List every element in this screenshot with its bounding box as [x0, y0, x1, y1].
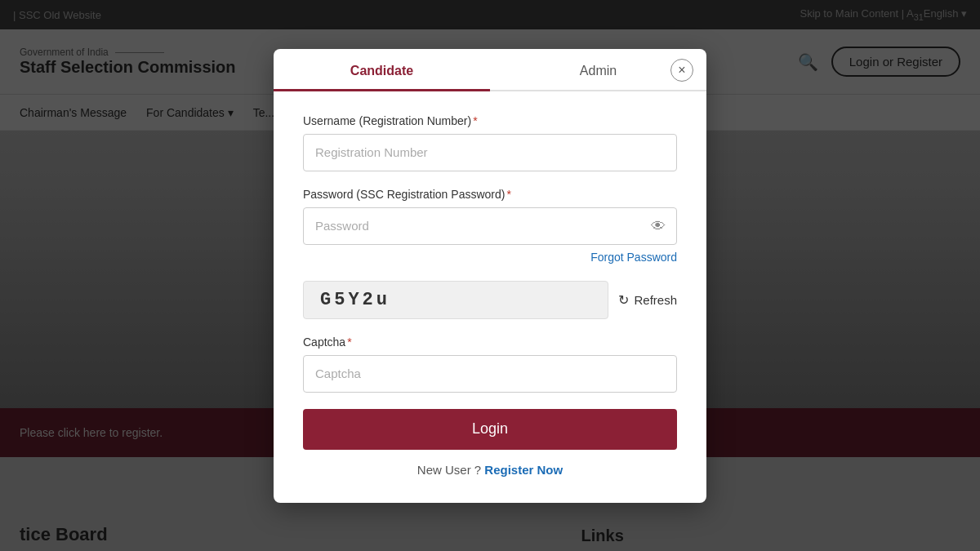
captcha-label: Captcha*: [303, 335, 677, 349]
refresh-label: Refresh: [634, 293, 677, 307]
refresh-button[interactable]: ↻ Refresh: [618, 292, 677, 308]
username-group: Username (Registration Number)*: [303, 114, 677, 171]
captcha-image: G5Y2u: [303, 281, 608, 319]
tab-candidate[interactable]: Candidate: [274, 49, 490, 90]
forgot-password-link[interactable]: Forgot Password: [590, 251, 677, 264]
login-button[interactable]: Login: [303, 409, 677, 450]
captcha-input-group: Captcha*: [303, 335, 677, 393]
refresh-icon: ↻: [618, 292, 629, 308]
username-input[interactable]: [303, 134, 677, 171]
password-wrapper: 👁: [303, 207, 677, 245]
register-row: New User ? Register Now: [303, 463, 677, 477]
username-label: Username (Registration Number)*: [303, 114, 677, 127]
captcha-display-row: G5Y2u ↻ Refresh: [303, 281, 677, 319]
close-button[interactable]: ×: [670, 59, 693, 82]
toggle-password-icon[interactable]: 👁: [651, 217, 666, 234]
modal-tabs: Candidate Admin: [274, 49, 706, 91]
new-user-text: New User ?: [417, 463, 481, 477]
login-modal: × Candidate Admin Username (Registration…: [274, 49, 706, 503]
password-input[interactable]: [303, 207, 677, 245]
captcha-input[interactable]: [303, 355, 677, 393]
forgot-password-link-container: Forgot Password: [303, 250, 677, 264]
password-group: Password (SSC Registration Password)* 👁 …: [303, 188, 677, 264]
password-label: Password (SSC Registration Password)*: [303, 188, 677, 201]
modal-body: Username (Registration Number)* Password…: [274, 114, 706, 477]
register-now-link[interactable]: Register Now: [484, 463, 563, 477]
